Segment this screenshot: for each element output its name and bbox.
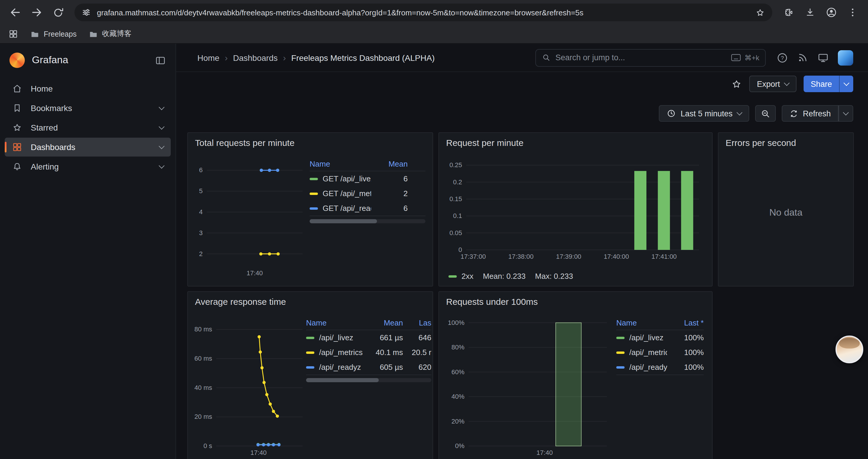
back-button[interactable]	[6, 3, 25, 22]
reload-button[interactable]	[49, 3, 67, 22]
browser-profile-button[interactable]	[822, 3, 841, 22]
svg-text:40%: 40%	[452, 393, 464, 400]
svg-text:0 s: 0 s	[204, 442, 212, 450]
legend-row[interactable]: /api/_readyz 100%	[616, 360, 704, 374]
legend-inline[interactable]: 2xx Mean: 0.233 Max: 0.233	[448, 272, 573, 281]
panel-title[interactable]: Requests under 100ms	[439, 292, 712, 306]
sidebar-item-bookmarks[interactable]: Bookmarks	[5, 99, 171, 118]
legend-header[interactable]: Name Mean	[310, 157, 426, 171]
user-avatar[interactable]	[838, 50, 853, 65]
legend-header[interactable]: Name Last *	[616, 316, 704, 330]
legend-scrollbar[interactable]	[310, 219, 426, 223]
sidebar: Grafana Home Bookmarks Starred	[0, 44, 176, 459]
browser-menu-button[interactable]	[843, 3, 862, 22]
favorite-dashboard-button[interactable]	[731, 78, 742, 90]
series-swatch	[306, 366, 314, 368]
chevron-down-icon[interactable]	[159, 143, 164, 149]
sidebar-item-starred[interactable]: Starred	[5, 118, 171, 137]
extensions-button[interactable]	[779, 3, 798, 22]
average-response-time-chart[interactable]: 0 s20 ms40 ms60 ms80 ms17:40	[191, 311, 307, 459]
legend-row[interactable]: /api/_readyz 605 µs 620	[306, 360, 431, 374]
search-placeholder: Search or jump to...	[555, 53, 726, 62]
sidebar-item-dashboards[interactable]: Dashboards	[5, 138, 171, 157]
svg-text:17:39:00: 17:39:00	[556, 253, 582, 260]
sidebar-item-label: Home	[31, 84, 164, 93]
extensions-puzzle-icon	[783, 7, 794, 18]
profile-icon	[826, 6, 837, 18]
share-split-button: Share	[804, 76, 853, 92]
series-swatch	[448, 275, 457, 277]
bookmark-folder-blog[interactable]: 收藏博客	[88, 29, 131, 39]
export-button[interactable]: Export	[749, 76, 797, 92]
requests-under-100ms-chart[interactable]: 0%20%40%60%80%100%17:40	[442, 311, 613, 459]
legend-row[interactable]: /api/_metrics 100%	[616, 345, 704, 360]
total-requests-chart[interactable]: 2345617:40	[191, 152, 307, 281]
breadcrumb-separator: ›	[283, 53, 286, 63]
series-name: 2xx	[462, 272, 473, 281]
clock-icon	[666, 109, 676, 118]
panel-title[interactable]: Request per minute	[439, 133, 712, 148]
legend-row[interactable]: GET /api/_metrics 2	[310, 186, 426, 201]
zoom-out-button[interactable]	[755, 105, 776, 122]
bookmark-star-icon[interactable]	[755, 7, 765, 18]
forward-button[interactable]	[27, 3, 46, 22]
keyboard-icon	[731, 54, 741, 61]
grafana-app: Grafana Home Bookmarks Starred	[0, 44, 868, 459]
time-range-picker[interactable]: Last 5 minutes	[659, 105, 749, 122]
search-icon	[542, 53, 551, 62]
downloads-button[interactable]	[801, 3, 819, 22]
panel-title[interactable]: Average response time	[188, 292, 433, 306]
legend-row[interactable]: /api/_metrics 40.1 ms 20.5 r	[306, 345, 431, 360]
refresh-interval-button[interactable]	[838, 105, 853, 122]
download-icon	[805, 7, 815, 18]
chevron-down-icon[interactable]	[159, 124, 164, 129]
address-bar[interactable]	[74, 4, 772, 21]
svg-text:0%: 0%	[455, 442, 464, 450]
series-swatch	[310, 177, 318, 180]
legend-row[interactable]: /api/_livez 661 µs 646	[306, 330, 431, 345]
svg-text:20 ms: 20 ms	[194, 413, 212, 420]
bookmark-folder-freeleaps[interactable]: Freeleaps	[30, 29, 76, 39]
kiosk-mode-button[interactable]	[817, 52, 829, 64]
legend-row[interactable]: GET /api/_livez 6	[310, 171, 426, 186]
legend-row[interactable]: /api/_livez 100%	[616, 330, 704, 345]
share-menu-button[interactable]	[839, 76, 853, 92]
svg-text:60 ms: 60 ms	[194, 355, 212, 362]
assistant-avatar[interactable]	[836, 335, 863, 363]
legend-scrollbar[interactable]	[306, 378, 431, 382]
time-controls: Last 5 minutes Refresh	[176, 93, 868, 123]
panel-title[interactable]: Errors per second	[718, 133, 853, 148]
site-settings-icon[interactable]	[82, 8, 91, 17]
help-button[interactable]: ?	[776, 52, 788, 64]
svg-text:0: 0	[459, 246, 462, 254]
svg-text:17:38:00: 17:38:00	[508, 253, 533, 260]
sidebar-item-home[interactable]: Home	[5, 79, 171, 98]
panel-title[interactable]: Total requests per minute	[188, 133, 433, 148]
star-outline-icon	[731, 78, 742, 90]
breadcrumb-dashboards[interactable]: Dashboards	[233, 53, 278, 62]
breadcrumb-home[interactable]: Home	[197, 53, 219, 62]
apps-grid-icon[interactable]	[8, 29, 18, 39]
kebab-menu-icon	[847, 7, 858, 18]
svg-text:17:37:00: 17:37:00	[461, 253, 486, 260]
chevron-down-icon[interactable]	[159, 162, 164, 168]
url-input[interactable]	[97, 8, 749, 17]
svg-text:0.15: 0.15	[450, 195, 462, 203]
search-shortcut: ⌘+k	[731, 54, 759, 62]
legend-row[interactable]: GET /api/_readyz 6	[310, 201, 426, 216]
folder-icon	[88, 29, 98, 39]
dock-menu-icon[interactable]	[155, 55, 166, 66]
chevron-down-icon	[843, 109, 849, 115]
legend-header[interactable]: Name Mean Las	[306, 316, 431, 330]
svg-text:17:40: 17:40	[246, 269, 262, 277]
request-per-minute-chart[interactable]: 00.050.10.150.20.2517:37:0017:38:0017:39…	[442, 153, 709, 263]
search-input[interactable]: Search or jump to... ⌘+k	[535, 49, 766, 66]
series-swatch	[616, 351, 625, 354]
refresh-icon	[789, 109, 798, 118]
chevron-down-icon[interactable]	[159, 104, 164, 110]
refresh-button[interactable]: Refresh	[781, 105, 838, 122]
sidebar-item-alerting[interactable]: Alerting	[5, 157, 171, 176]
series-swatch	[306, 351, 314, 354]
news-rss-button[interactable]	[797, 52, 808, 63]
share-button[interactable]: Share	[804, 76, 839, 92]
